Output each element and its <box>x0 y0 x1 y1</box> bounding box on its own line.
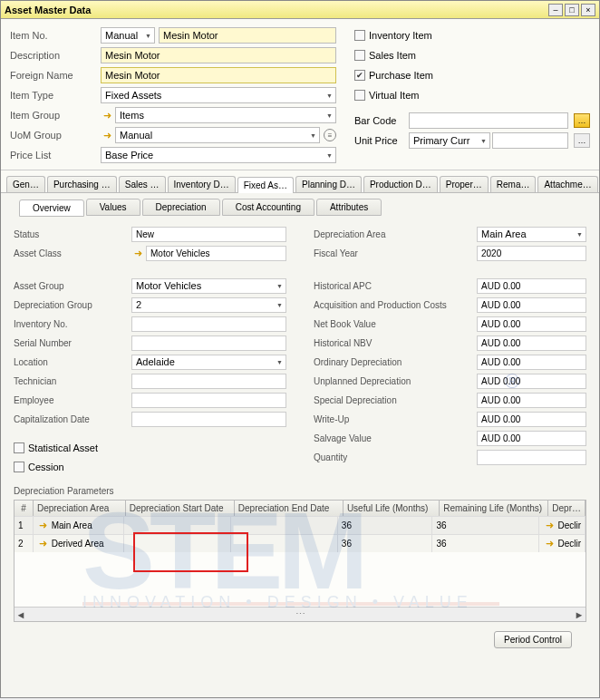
dep-area-dropdown[interactable]: Main Area <box>477 227 586 242</box>
location-dropdown[interactable]: Adelaide <box>131 355 286 370</box>
tab-planning[interactable]: Planning D… <box>295 176 362 192</box>
grid-header-useful[interactable]: Useful Life (Months) <box>344 501 440 516</box>
value-field[interactable] <box>477 450 586 465</box>
foreign-name-label: Foreign Name <box>10 70 101 81</box>
employee-field[interactable] <box>131 393 286 408</box>
tab-general[interactable]: Gen… <box>6 176 45 192</box>
unit-price-browse-button[interactable]: … <box>574 133 590 148</box>
overview-panel: STEM INNOVATION • DESIGN • VALUE ® Statu… <box>1 216 599 631</box>
value-label: Ordinary Depreciation <box>314 357 477 367</box>
capitalization-date-field[interactable] <box>131 412 286 427</box>
virtual-item-label: Virtual Item <box>369 90 419 101</box>
close-button[interactable]: × <box>581 4 595 16</box>
fiscal-year-field[interactable]: 2020 <box>477 246 586 261</box>
value-field[interactable]: AUD 0.00 <box>477 316 586 332</box>
sales-item-checkbox[interactable] <box>354 50 365 61</box>
purchase-item-label: Purchase Item <box>369 70 433 81</box>
cession-checkbox[interactable] <box>14 462 24 472</box>
price-list-dropdown[interactable]: Base Price <box>101 147 336 163</box>
scroll-left-icon[interactable]: ◄ <box>15 609 27 620</box>
grid-header-num[interactable]: # <box>15 501 34 516</box>
foreign-name-input[interactable]: Mesin Motor <box>101 67 336 83</box>
link-arrow-icon[interactable]: ➜ <box>131 247 144 259</box>
tab-production[interactable]: Production D… <box>363 176 438 192</box>
table-row[interactable]: 2➜Derived Area3636➜Declir <box>15 534 585 552</box>
subtab-depreciation[interactable]: Depreciation <box>142 199 220 216</box>
help-icon[interactable]: ≡ <box>324 129 336 141</box>
unit-price-currency-dropdown[interactable]: Primary Curr <box>409 132 490 149</box>
value-field[interactable]: AUD 0.00 <box>477 431 586 446</box>
minimize-button[interactable]: – <box>548 4 563 16</box>
item-type-dropdown[interactable]: Fixed Assets <box>101 87 336 103</box>
status-field[interactable]: New <box>131 227 286 242</box>
value-label: Write-Up <box>314 414 477 424</box>
description-input[interactable]: Mesin Motor <box>101 47 336 63</box>
grid-header-area[interactable]: Depreciation Area <box>34 501 126 516</box>
uom-group-dropdown[interactable]: Manual <box>115 127 320 143</box>
link-arrow-icon[interactable]: ➜ <box>37 520 50 532</box>
tab-inventory[interactable]: Inventory D… <box>168 176 236 192</box>
table-row[interactable]: 1➜Main Area3636➜Declir <box>15 516 585 534</box>
inventory-item-checkbox[interactable] <box>354 30 365 41</box>
sales-item-label: Sales Item <box>369 50 416 61</box>
fiscal-year-label: Fiscal Year <box>314 248 477 258</box>
bar-code-browse-button[interactable]: … <box>574 113 590 128</box>
titlebar: Asset Master Data – □ × <box>1 1 599 19</box>
unit-price-input[interactable] <box>492 132 568 149</box>
dep-params-header: Depreciation Parameters <box>14 486 586 496</box>
subtab-attributes[interactable]: Attributes <box>316 199 382 216</box>
value-label: Unplanned Depreciation <box>314 376 477 386</box>
technician-field[interactable] <box>131 374 286 389</box>
grid-header-remain[interactable]: Remaining Life (Months) <box>440 501 548 516</box>
tab-remarks[interactable]: Rema… <box>490 176 537 192</box>
bar-code-input[interactable] <box>409 112 568 129</box>
item-group-dropdown[interactable]: Items <box>115 107 336 123</box>
maximize-button[interactable]: □ <box>565 4 579 16</box>
value-field[interactable]: AUD 0.00 <box>477 374 586 389</box>
depreciation-group-dropdown[interactable]: 2 <box>131 297 286 313</box>
period-control-button[interactable]: Period Control <box>494 631 572 648</box>
grid-header-dep[interactable]: Depr… <box>548 501 585 516</box>
value-field[interactable]: AUD 0.00 <box>477 393 586 408</box>
tab-fixed-assets[interactable]: Fixed As… <box>237 177 294 193</box>
grid-header-start[interactable]: Depreciation Start Date <box>126 501 235 516</box>
item-type-label: Item Type <box>10 90 101 101</box>
bar-code-label: Bar Code <box>354 115 409 126</box>
subtab-cost-accounting[interactable]: Cost Accounting <box>222 199 315 216</box>
asset-group-dropdown[interactable]: Motor Vehicles <box>131 278 286 294</box>
asset-group-label: Asset Group <box>14 281 131 291</box>
link-arrow-icon[interactable]: ➜ <box>37 538 50 550</box>
value-field[interactable]: AUD 0.00 <box>477 355 586 370</box>
tab-purchasing[interactable]: Purchasing … <box>47 176 117 192</box>
value-field[interactable]: AUD 0.00 <box>477 335 586 351</box>
grid-header-row: # Depreciation Area Depreciation Start D… <box>15 501 585 516</box>
link-arrow-icon[interactable]: ➜ <box>101 129 113 141</box>
value-field[interactable]: AUD 0.00 <box>477 278 586 294</box>
statistical-asset-label: Statistical Asset <box>28 442 98 453</box>
inventory-no-field[interactable] <box>131 316 286 332</box>
asset-class-field[interactable]: Motor Vehicles <box>146 246 286 261</box>
scroll-right-icon[interactable]: ► <box>573 609 585 620</box>
serial-number-field[interactable] <box>131 335 286 351</box>
item-no-mode-dropdown[interactable]: Manual <box>101 27 155 44</box>
grid-header-end[interactable]: Depreciation End Date <box>235 501 344 516</box>
value-field[interactable]: AUD 0.00 <box>477 412 586 427</box>
link-arrow-icon[interactable]: ➜ <box>543 538 556 550</box>
subtab-values[interactable]: Values <box>86 199 140 216</box>
subtab-overview[interactable]: Overview <box>19 199 84 217</box>
virtual-item-checkbox[interactable] <box>354 90 365 101</box>
statistical-asset-checkbox[interactable] <box>14 442 24 453</box>
grid-horizontal-scrollbar[interactable]: ◄ ⋯ ► <box>15 607 585 621</box>
link-arrow-icon[interactable]: ➜ <box>543 520 556 532</box>
item-no-input[interactable]: Mesin Motor <box>159 27 336 44</box>
purchase-item-checkbox[interactable] <box>354 70 365 81</box>
tab-sales[interactable]: Sales … <box>119 176 166 192</box>
item-group-label: Item Group <box>10 110 101 121</box>
value-label: Historical NBV <box>314 338 477 348</box>
tab-attachments[interactable]: Attachme… <box>537 176 597 192</box>
value-field[interactable]: AUD 0.00 <box>477 297 586 313</box>
tab-properties[interactable]: Proper… <box>440 176 489 192</box>
link-arrow-icon[interactable]: ➜ <box>101 109 113 122</box>
uom-group-label: UoM Group <box>10 130 101 141</box>
unit-price-label: Unit Price <box>354 135 409 146</box>
